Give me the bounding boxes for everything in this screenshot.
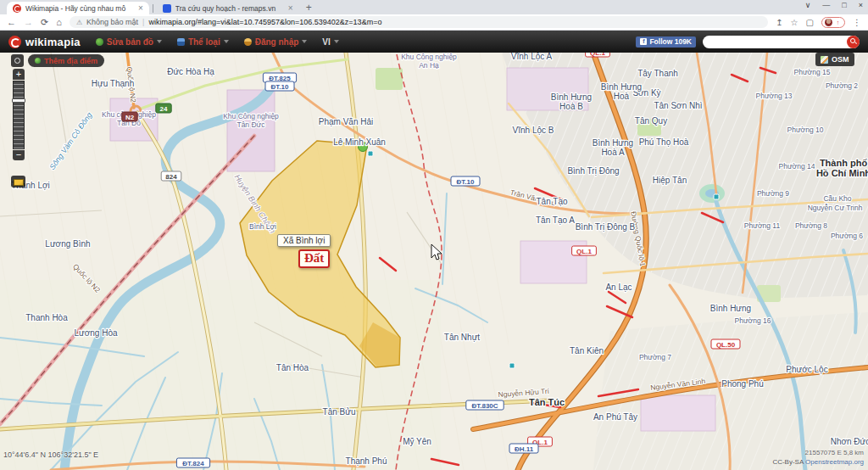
road-badge: ĐH.11 [509, 444, 538, 453]
map-label: Lê Minh Xuân [333, 137, 386, 147]
tab-close-icon[interactable]: × [288, 4, 293, 13]
avatar[interactable] [825, 19, 832, 26]
map-label: Tân Kiên [570, 346, 604, 355]
browser-chrome: Wikimapia - Hãy cùng nhau mô × Tra cứu q… [0, 0, 868, 53]
tab-title: Tra cứu quy hoạch - remaps.vn [175, 4, 284, 13]
attribution-link[interactable]: Openstreetmap.org [805, 458, 864, 466]
share-icon[interactable]: ↥ [776, 18, 782, 27]
minimize-icon[interactable]: — [822, 1, 830, 9]
map-label: Khu Công nghiệp [223, 112, 279, 120]
map-label: Tây Thanh [637, 69, 678, 78]
back-icon[interactable]: ← [7, 17, 16, 27]
add-place-label: Thêm địa điểm [44, 57, 97, 65]
map-label: Khu Công nghiệp [401, 53, 457, 61]
road-badge: ĐT.10 [451, 176, 480, 186]
poi-marker-icon [368, 151, 373, 156]
search-icon[interactable] [847, 36, 860, 48]
zoom-slider-handle[interactable] [12, 98, 25, 103]
add-place-button[interactable]: Thêm địa điểm [28, 54, 104, 67]
tab-close-icon[interactable]: × [138, 4, 143, 13]
map-label: Phường 16 [735, 316, 771, 325]
poi-marker-icon [714, 194, 719, 199]
chevron-down-icon [334, 40, 339, 43]
map-label: Lương Bình [45, 239, 90, 249]
map-label: Tân Tạo A [536, 215, 575, 225]
zoom-in-button[interactable]: + [13, 69, 25, 80]
tab-separator [153, 4, 153, 13]
map-label: Vĩnh Lộc A [511, 52, 553, 61]
facebook-follow-button[interactable]: f Follow 109K [636, 36, 696, 48]
svg-text:ĐT.825: ĐT.825 [269, 75, 291, 82]
map-label: Bình Trị Đông B [576, 222, 636, 232]
map-label: Hồ Chí Minh [816, 168, 868, 178]
wikimapia-favicon [13, 4, 21, 13]
new-tab-button[interactable]: + [306, 2, 312, 14]
chevron-down-icon [224, 40, 229, 43]
side-panel-icon[interactable]: ▢ [806, 18, 814, 27]
security-warning-icon[interactable]: ⚠ [76, 19, 82, 26]
map-label: Hựu Thạnh [92, 79, 134, 88]
svg-text:QL.50: QL.50 [716, 341, 736, 349]
map-canvas[interactable]: Đường Quốc lộ 1Nguyễn Văn LinhNguyễn Hữu… [0, 0, 868, 470]
browser-menu-icon[interactable]: ⋮ [853, 18, 861, 27]
road-badge: QL.50 [711, 339, 740, 349]
menu-login[interactable]: Đăng nhập [244, 37, 308, 47]
road-badge: ĐT.830C [466, 400, 504, 410]
window-menu-icon[interactable]: ∨ [805, 1, 811, 9]
restore-icon[interactable]: □ [842, 1, 846, 9]
facebook-icon: f [640, 38, 647, 45]
road-badge: ĐT.10 [265, 81, 294, 91]
omnibox-separator: | [142, 18, 144, 26]
map-label: Bình Hưng [551, 92, 592, 102]
map-label: Phong Phú [721, 379, 764, 389]
map-label: Bình Hưng [710, 304, 751, 313]
menu-language[interactable]: VI [322, 37, 338, 47]
zoom-out-button[interactable]: − [13, 150, 25, 160]
map-label: An Hạ [419, 61, 439, 70]
map-attribution: CC-By-SA Openstreetmap.org [772, 458, 864, 466]
map-label: Tân Quy [635, 116, 667, 126]
reload-icon[interactable]: ⟳ [41, 17, 48, 28]
map-label: Phường 11 [744, 221, 781, 230]
url-field[interactable]: ⚠ Không bảo mật | wikimapia.org/#lang=vi… [70, 16, 768, 28]
map-label: Hiệp Tân [653, 176, 687, 185]
poi-marker-icon [509, 363, 515, 368]
facebook-label: Follow 109K [649, 37, 692, 46]
menu-edit-map[interactable]: Sửa bản đồ [96, 37, 162, 47]
security-text: Không bảo mật [86, 18, 138, 26]
svg-text:ĐT.10: ĐT.10 [271, 83, 289, 91]
road-badge: 24 [156, 104, 171, 113]
update-icon[interactable]: ↑ [834, 19, 842, 26]
tab-title: Wikimapia - Hãy cùng nhau mô [25, 4, 134, 13]
close-icon[interactable]: × [859, 1, 863, 9]
map-label: Thành phố [820, 158, 867, 168]
zoom-slider-track[interactable] [13, 81, 25, 149]
map-label: Tân Hòa [276, 363, 309, 372]
address-bar: ← → ⟳ ⌂ ⚠ Không bảo mật | wikimapia.org/… [0, 14, 868, 31]
map-label: Phường 9 [757, 189, 789, 198]
map-label: Cầu Kho [823, 194, 851, 203]
svg-text:ĐT.824: ĐT.824 [182, 460, 204, 467]
search-input[interactable] [703, 36, 847, 47]
osm-layer-button[interactable]: OSM [815, 53, 854, 66]
map-settings-button[interactable] [11, 54, 24, 67]
login-icon [244, 38, 252, 46]
bookmark-star-icon[interactable]: ☆ [791, 18, 798, 27]
map-label: An Phú Tây [593, 412, 637, 422]
search-box [703, 36, 860, 48]
map-label: Phường 13 [756, 92, 793, 100]
selected-place-label[interactable]: Đất [298, 249, 330, 268]
map-label: Tân Bửu [323, 407, 356, 417]
place-tooltip: Xã Bình lợi [277, 234, 331, 247]
wikimapia-logo[interactable]: wikimapia [8, 36, 81, 48]
tab-wikimapia[interactable]: Wikimapia - Hãy cùng nhau mô × [7, 2, 149, 14]
tab-remaps[interactable]: Tra cứu quy hoạch - remaps.vn × [157, 2, 299, 14]
home-icon[interactable]: ⌂ [56, 17, 62, 27]
page-url: wikimapia.org/#lang=vi&lat=10.745957&lon… [148, 18, 381, 26]
profile-area[interactable]: ↑ [821, 17, 845, 28]
road-badge: N2 [122, 112, 137, 121]
measure-tool-button[interactable] [11, 176, 25, 187]
menu-categories[interactable]: Thể loại [177, 37, 229, 47]
forward-icon[interactable]: → [24, 17, 33, 27]
svg-text:ĐT.830C: ĐT.830C [471, 402, 498, 410]
